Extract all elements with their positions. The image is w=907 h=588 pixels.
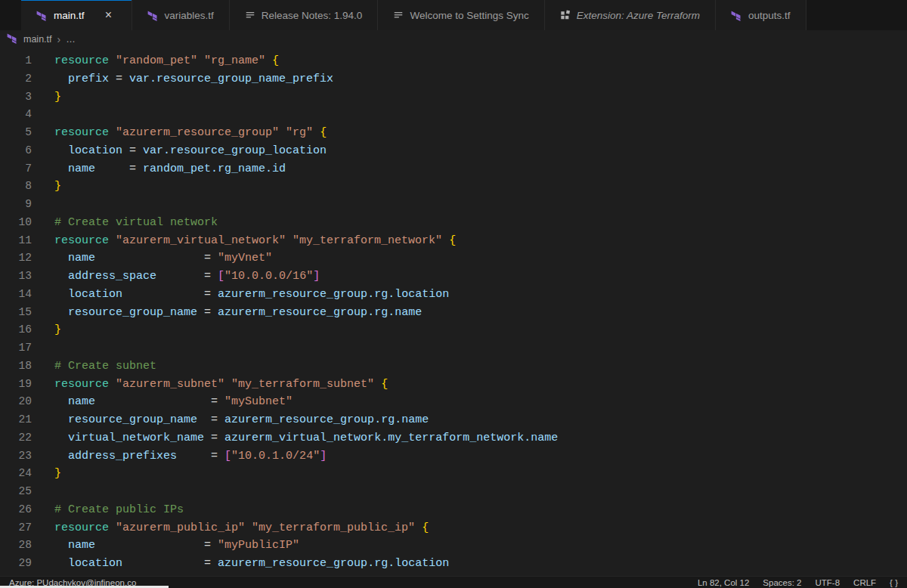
line-number[interactable]: 5	[0, 124, 32, 142]
line-number[interactable]: 19	[0, 376, 32, 394]
line-content: name = "myPublicIP"	[32, 537, 299, 555]
line-number[interactable]: 9	[0, 196, 32, 214]
line-content: resource "azurerm_resource_group" "rg" {	[32, 124, 327, 142]
line-number[interactable]: 27	[0, 519, 32, 537]
line-content: resource_group_name = azurerm_resource_g…	[32, 411, 429, 429]
line-content: resource "azurerm_subnet" "my_terraform_…	[32, 376, 388, 394]
tab-extension-azure-terraform[interactable]: Extension: Azure Terraform	[545, 0, 716, 30]
code-line-19[interactable]: 19resource "azurerm_subnet" "my_terrafor…	[0, 376, 907, 394]
line-content: name = random_pet.rg_name.id	[32, 160, 286, 178]
status-encoding[interactable]: UTF-8	[815, 578, 840, 587]
tab-label: variables.tf	[165, 10, 214, 21]
line-number[interactable]: 2	[0, 70, 32, 88]
line-number[interactable]: 26	[0, 501, 32, 519]
code-line-17[interactable]: 17	[0, 339, 907, 357]
line-number[interactable]: 7	[0, 160, 32, 178]
code-line-23[interactable]: 23 address_prefixes = ["10.0.1.0/24"]	[0, 447, 907, 466]
tab-welcome-to-settings-sync[interactable]: Welcome to Settings Sync	[378, 0, 544, 30]
line-number[interactable]: 22	[0, 429, 32, 447]
line-number[interactable]: 13	[0, 268, 32, 286]
status-language-mode[interactable]: { }	[890, 578, 898, 587]
line-number[interactable]: 4	[0, 106, 32, 124]
code-line-7[interactable]: 7 name = random_pet.rg_name.id	[0, 160, 907, 178]
line-content: resource_group_name = azurerm_resource_g…	[32, 304, 422, 322]
breadcrumb-file[interactable]: main.tf	[23, 34, 52, 45]
code-line-14[interactable]: 14 location = azurerm_resource_group.rg.…	[0, 286, 907, 304]
terraform-icon	[36, 10, 48, 21]
code-line-18[interactable]: 18# Create subnet	[0, 357, 907, 376]
line-content: location = var.resource_group_location	[32, 142, 327, 160]
code-line-15[interactable]: 15 resource_group_name = azurerm_resourc…	[0, 304, 907, 322]
line-content: # Create virtual network	[32, 214, 218, 232]
line-content: resource "random_pet" "rg_name" {	[32, 52, 279, 70]
line-content: }	[32, 178, 61, 196]
breadcrumb-ellipsis[interactable]: …	[66, 34, 76, 45]
line-number[interactable]: 28	[0, 537, 32, 555]
tab-variables-tf[interactable]: variables.tf	[132, 0, 230, 30]
code-line-24[interactable]: 24}	[0, 465, 907, 483]
line-number[interactable]: 17	[0, 339, 32, 357]
code-line-1[interactable]: 1resource "random_pet" "rg_name" {	[0, 52, 907, 70]
line-number[interactable]: 11	[0, 232, 32, 250]
line-content: resource "azurerm_public_ip" "my_terrafo…	[32, 519, 429, 537]
code-line-4[interactable]: 4	[0, 106, 907, 124]
code-line-27[interactable]: 27resource "azurerm_public_ip" "my_terra…	[0, 519, 907, 537]
line-number[interactable]: 20	[0, 393, 32, 411]
code-line-25[interactable]: 25	[0, 483, 907, 501]
line-number[interactable]: 24	[0, 465, 32, 483]
line-content: address_prefixes = ["10.0.1.0/24"]	[32, 447, 327, 466]
status-indentation[interactable]: Spaces: 2	[763, 578, 801, 587]
breadcrumb: main.tf › …	[0, 30, 907, 48]
line-content: name = "myVnet"	[32, 249, 272, 268]
tab-release-notes-1-94-0[interactable]: Release Notes: 1.94.0	[230, 0, 379, 30]
line-number[interactable]: 12	[0, 249, 32, 268]
tab-label: Extension: Azure Terraform	[577, 10, 700, 21]
tab-label: Welcome to Settings Sync	[410, 10, 528, 21]
vscode-window: main.tf×variables.tfRelease Notes: 1.94.…	[0, 0, 907, 588]
code-line-6[interactable]: 6 location = var.resource_group_location	[0, 142, 907, 160]
code-line-10[interactable]: 10# Create virtual network	[0, 214, 907, 232]
editor[interactable]: 1resource "random_pet" "rg_name" {2 pref…	[0, 48, 907, 576]
line-number[interactable]: 6	[0, 142, 32, 160]
line-number[interactable]: 10	[0, 214, 32, 232]
code-line-5[interactable]: 5resource "azurerm_resource_group" "rg" …	[0, 124, 907, 142]
file-text-icon	[245, 10, 255, 20]
code-line-21[interactable]: 21 resource_group_name = azurerm_resourc…	[0, 411, 907, 429]
line-number[interactable]: 8	[0, 178, 32, 196]
code-line-20[interactable]: 20 name = "mySubnet"	[0, 393, 907, 411]
code-line-11[interactable]: 11resource "azurerm_virtual_network" "my…	[0, 232, 907, 250]
close-icon[interactable]: ×	[101, 8, 116, 23]
code-line-3[interactable]: 3}	[0, 88, 907, 107]
line-number[interactable]: 25	[0, 483, 32, 501]
tab-label: outputs.tf	[748, 10, 791, 21]
line-content	[32, 339, 54, 357]
code-area[interactable]: 1resource "random_pet" "rg_name" {2 pref…	[0, 52, 907, 576]
line-number[interactable]: 15	[0, 304, 32, 322]
line-content: virtual_network_name = azurerm_virtual_n…	[32, 429, 558, 447]
code-line-22[interactable]: 22 virtual_network_name = azurerm_virtua…	[0, 429, 907, 447]
tab-main-tf[interactable]: main.tf×	[21, 0, 132, 30]
line-number[interactable]: 18	[0, 357, 32, 376]
code-line-13[interactable]: 13 address_space = ["10.0.0.0/16"]	[0, 268, 907, 286]
status-cursor-position[interactable]: Ln 82, Col 12	[698, 578, 749, 587]
line-number[interactable]: 21	[0, 411, 32, 429]
code-line-12[interactable]: 12 name = "myVnet"	[0, 249, 907, 268]
status-right: Ln 82, Col 12Spaces: 2UTF-8CRLF{ }	[698, 578, 898, 587]
code-line-16[interactable]: 16}	[0, 321, 907, 339]
line-number[interactable]: 16	[0, 321, 32, 339]
line-content: }	[32, 321, 61, 339]
line-number[interactable]: 1	[0, 52, 32, 70]
line-number[interactable]: 29	[0, 555, 32, 573]
code-line-9[interactable]: 9	[0, 196, 907, 214]
code-line-2[interactable]: 2 prefix = var.resource_group_name_prefi…	[0, 70, 907, 88]
code-line-8[interactable]: 8}	[0, 178, 907, 196]
status-eol[interactable]: CRLF	[853, 578, 876, 587]
line-number[interactable]: 3	[0, 88, 32, 107]
code-line-29[interactable]: 29 location = azurerm_resource_group.rg.…	[0, 555, 907, 573]
line-number[interactable]: 14	[0, 286, 32, 304]
line-number[interactable]: 23	[0, 447, 32, 466]
status-bar: Azure: PUdachykov@infineon.co Ln 82, Col…	[0, 576, 907, 588]
code-line-26[interactable]: 26# Create public IPs	[0, 501, 907, 519]
tab-outputs-tf[interactable]: outputs.tf	[716, 0, 806, 30]
code-line-28[interactable]: 28 name = "myPublicIP"	[0, 537, 907, 555]
